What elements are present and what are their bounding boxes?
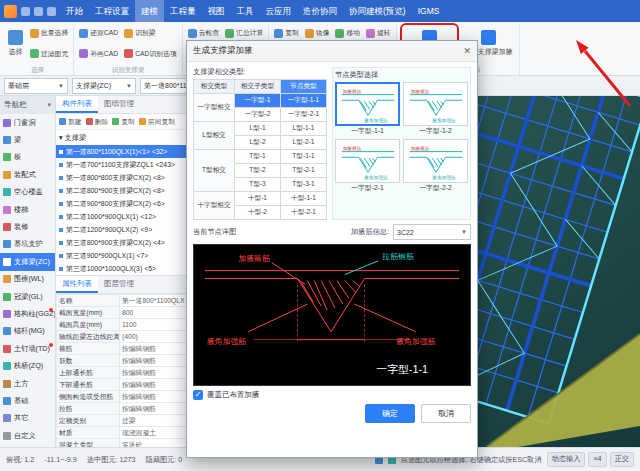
component-list-item[interactable]: 第三道1000*1000QLX(3) <5> [56,262,187,275]
statusbar-toggle[interactable]: 正交 [610,452,634,467]
sidebar-nav-item[interactable]: 土方 [0,375,55,392]
component-list-item[interactable]: 第二道1000*900QLX(1) <12> [56,210,187,223]
statusbar-toggle[interactable]: 动态输入 [547,452,586,467]
ribbon-button[interactable]: 批量选择 [28,23,70,44]
menubar-tab[interactable]: IGMS [412,0,446,22]
sidebar-nav-item[interactable]: 楼梯 [0,201,55,218]
component-action-button[interactable]: 复制 [112,117,135,127]
node-type-thumbnail[interactable]: 加腋箍筋 腋角加强筋 一字型-2-1 [335,139,400,193]
sidebar-nav-item[interactable]: 装修 [0,218,55,235]
component-list-item[interactable]: 第三道900*900QLX(1) <7> [56,249,187,262]
intersection-type-row[interactable]: 十字型相交 十型-1 十型-1-1 [194,192,327,206]
component-list-item[interactable]: 第三道800*900支撑梁CX(2) <4> [56,236,187,249]
sidebar-nav-item[interactable]: 基坑支护 [0,236,55,253]
intersection-subtype-cell[interactable]: 十型-1 [235,192,281,206]
sidebar-nav-item[interactable]: 土钉墙(TD) [0,340,55,357]
sidebar-nav-item[interactable]: 基础 [0,392,55,409]
intersection-subtype-cell[interactable]: T型-3 [235,178,281,192]
panel-tab[interactable]: 属性列表 [56,276,98,293]
sidebar-nav-item[interactable]: 栈桥(ZQ) [0,357,55,374]
intersection-node-cell[interactable]: T型-2-1 [281,164,327,178]
intersection-subtype-cell[interactable]: 一字型-2 [235,108,281,122]
category-selector[interactable]: 支撑梁(ZC) ▼ [72,78,136,94]
property-value[interactable]: 过梁 [120,415,187,427]
component-tree-group[interactable]: ▾ 支撑梁 [56,130,187,145]
property-value[interactable]: 按编辑钢筋 [120,391,187,403]
component-list-item[interactable]: 第二道1200*900QLX(2) <9> [56,223,187,236]
property-value[interactable]: 现浇混凝土 [120,427,187,439]
intersection-subtype-cell[interactable]: 十型-2 [235,206,281,220]
component-action-button[interactable]: 删除 [86,117,109,127]
menubar-tab[interactable]: 云应用 [260,0,298,22]
component-list-item[interactable]: 第一道700*1100支撑梁ZQL1 <243> [56,158,187,171]
menubar-tab[interactable]: 开始 [60,0,89,22]
node-type-thumbnail[interactable]: 加腋箍筋 腋角加强筋 一字型-1-1 [335,82,400,136]
intersection-node-cell[interactable]: 十型-2-1 [281,206,327,220]
sidebar-nav-item[interactable]: 锚杆(MG) [0,323,55,340]
sidebar-nav-item[interactable]: 冠梁(GL) [0,288,55,305]
ribbon-button[interactable]: 还原CAD [77,23,120,44]
statusbar-toggle[interactable]: ×4 [588,452,606,467]
redo-icon[interactable] [47,7,56,16]
property-value[interactable]: 1100 [120,319,187,331]
node-type-thumbnail[interactable]: 加腋箍筋 腋角加强筋 一字型-1-2 [403,82,468,136]
ribbon-button[interactable]: CAD识别选项 [122,44,179,65]
property-value[interactable]: 按编辑钢筋 [120,367,187,379]
ok-button[interactable]: 确定 [365,404,415,423]
save-icon[interactable] [21,7,30,16]
component-list-item[interactable]: 第二道800*900支撑梁CX(2) <8> [56,184,187,197]
sidebar-nav-item[interactable]: 其它 [0,410,55,427]
ribbon-button[interactable]: 过滤图元 [28,44,70,65]
undo-icon[interactable] [34,7,43,16]
intersection-subtype-cell[interactable]: T型-1 [235,150,281,164]
component-action-button[interactable]: 新建 [59,117,82,127]
panel-tab[interactable]: 图层管理 [98,276,140,293]
sidebar-nav-item[interactable]: 板 [0,149,55,166]
header-node-type[interactable]: 节点类型 [281,80,327,94]
dialog-titlebar[interactable]: 生成支撑梁加腋 ✕ [187,41,477,62]
panel-tab[interactable]: 构件列表 [56,96,98,113]
panel-tab[interactable]: 图纸管理 [98,96,140,113]
intersection-node-cell[interactable]: L型-2-1 [281,136,327,150]
component-list-item[interactable]: 第一道800*800支撑梁CX(2) <8> [56,171,187,184]
intersection-subtype-cell[interactable]: L型-2 [235,136,281,150]
sidebar-nav-item[interactable]: 空心楼盖 [0,184,55,201]
property-value[interactable]: 按编辑钢筋 [120,343,187,355]
component-list-item[interactable]: 第二道900*800支撑梁CX(2) <6> [56,197,187,210]
sidebar-nav-item[interactable]: 门窗洞 [0,114,55,131]
ribbon-button[interactable]: 补画CAD [77,44,120,65]
intersection-type-row[interactable]: L型相交 L型-1 L型-1-1 [194,122,327,136]
menubar-tab[interactable]: 工具 [231,0,260,22]
property-value[interactable]: 第一道800*1100QLX [120,295,187,307]
menubar-tab[interactable]: 协同建模(预览) [343,0,412,22]
overwrite-checkbox[interactable]: ✓ [193,390,203,400]
node-type-thumbnail[interactable]: 加腋箍筋 腋角加强筋 一字型-2-2 [403,139,468,193]
intersection-subtype-cell[interactable]: L型-1 [235,122,281,136]
close-icon[interactable]: ✕ [463,47,471,56]
intersection-node-cell[interactable]: 一字型-2-1 [281,108,327,122]
menubar-tab[interactable]: 造价协同 [297,0,343,22]
property-value[interactable]: 按编辑钢筋 [120,403,187,415]
intersection-subtype-cell[interactable]: T型-2 [235,164,281,178]
haunch-rebar-select[interactable]: 3C22 ▼ [393,224,471,240]
ribbon-button[interactable]: 识别梁 [122,23,179,44]
menubar-tab[interactable]: 工程量 [164,0,202,22]
intersection-node-cell[interactable]: L型-1-1 [281,122,327,136]
property-value[interactable]: 按编辑钢筋 [120,379,187,391]
intersection-type-row[interactable]: 一字型相交 一字型-1 一字型-1-1 [194,94,327,108]
sidebar-nav-item[interactable]: 梁 [0,131,55,148]
intersection-subtype-cell[interactable]: 一字型-1 [235,94,281,108]
menubar-tab[interactable]: 建模 [135,0,164,22]
sidebar-nav-item[interactable]: 围檩(WL) [0,271,55,288]
property-value[interactable]: 泵送砼 [120,439,187,448]
menubar-tab[interactable]: 工程设置 [89,0,135,22]
component-list-item[interactable]: 第一道800*1100QLX(1)<1> <32> [56,145,187,158]
menubar-tab[interactable]: 视图 [202,0,231,22]
sidebar-nav-item[interactable]: 格构柱(GGZ) [0,305,55,322]
ribbon-button[interactable]: 选择 [5,23,26,64]
cancel-button[interactable]: 取消 [421,404,471,423]
component-action-button[interactable]: 层间复制 [139,117,175,127]
intersection-node-cell[interactable]: T型-1-1 [281,150,327,164]
floor-selector[interactable]: 基础层 ▼ [4,78,68,94]
intersection-type-row[interactable]: T型相交 T型-1 T型-1-1 [194,150,327,164]
